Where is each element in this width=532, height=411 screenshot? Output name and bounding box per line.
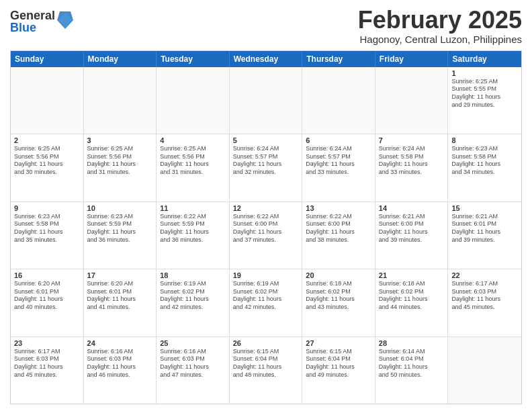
day-number: 15: [451, 204, 518, 212]
day-number: 25: [160, 339, 226, 347]
day-info: Sunrise: 6:18 AM Sunset: 6:02 PM Dayligh…: [379, 280, 445, 312]
logo: General Blue: [10, 9, 73, 34]
day-number: 18: [160, 271, 226, 279]
day-number: 20: [306, 271, 371, 279]
day-number: 27: [306, 339, 371, 347]
day-info: Sunrise: 6:18 AM Sunset: 6:02 PM Dayligh…: [306, 280, 371, 312]
day-number: 1: [451, 69, 518, 77]
day-info: Sunrise: 6:22 AM Sunset: 6:00 PM Dayligh…: [233, 213, 299, 244]
calendar-cell: 10Sunrise: 6:23 AM Sunset: 5:59 PM Dayli…: [84, 202, 157, 269]
calendar-cell: 7Sunrise: 6:24 AM Sunset: 5:58 PM Daylig…: [375, 134, 449, 201]
day-number: 16: [14, 271, 80, 279]
calendar: SundayMondayTuesdayWednesdayThursdayFrid…: [10, 50, 522, 404]
logo-icon: [57, 10, 73, 30]
calendar-cell: [157, 67, 230, 134]
header-day-tuesday: Tuesday: [157, 51, 230, 67]
calendar-cell: 14Sunrise: 6:21 AM Sunset: 6:00 PM Dayli…: [375, 202, 449, 269]
day-info: Sunrise: 6:24 AM Sunset: 5:57 PM Dayligh…: [233, 145, 299, 177]
calendar-week-1: 1Sunrise: 6:25 AM Sunset: 5:55 PM Daylig…: [11, 67, 521, 134]
day-info: Sunrise: 6:23 AM Sunset: 5:58 PM Dayligh…: [14, 213, 80, 244]
calendar-header: SundayMondayTuesdayWednesdayThursdayFrid…: [11, 51, 521, 67]
calendar-week-4: 16Sunrise: 6:20 AM Sunset: 6:01 PM Dayli…: [11, 269, 521, 336]
day-info: Sunrise: 6:15 AM Sunset: 6:04 PM Dayligh…: [233, 348, 299, 379]
calendar-week-2: 2Sunrise: 6:25 AM Sunset: 5:56 PM Daylig…: [11, 134, 521, 201]
day-info: Sunrise: 6:16 AM Sunset: 6:03 PM Dayligh…: [160, 348, 226, 379]
day-number: 5: [233, 136, 299, 144]
calendar-cell: 6Sunrise: 6:24 AM Sunset: 5:57 PM Daylig…: [302, 134, 375, 201]
calendar-cell: 21Sunrise: 6:18 AM Sunset: 6:02 PM Dayli…: [375, 269, 449, 336]
header-day-saturday: Saturday: [448, 51, 521, 67]
day-number: 13: [306, 204, 371, 212]
day-number: 7: [379, 136, 445, 144]
calendar-cell: 8Sunrise: 6:23 AM Sunset: 5:58 PM Daylig…: [448, 134, 521, 201]
title-block: February 2025 Hagonoy, Central Luzon, Ph…: [358, 7, 522, 45]
calendar-body: 1Sunrise: 6:25 AM Sunset: 5:55 PM Daylig…: [11, 67, 521, 404]
day-info: Sunrise: 6:22 AM Sunset: 6:00 PM Dayligh…: [306, 213, 371, 244]
calendar-week-5: 23Sunrise: 6:17 AM Sunset: 6:03 PM Dayli…: [11, 336, 521, 404]
header-day-sunday: Sunday: [11, 51, 84, 67]
day-number: 9: [14, 204, 80, 212]
day-info: Sunrise: 6:19 AM Sunset: 6:02 PM Dayligh…: [233, 280, 299, 312]
day-number: 12: [233, 204, 299, 212]
day-number: 24: [87, 339, 153, 347]
day-number: 22: [451, 271, 518, 279]
calendar-cell: 1Sunrise: 6:25 AM Sunset: 5:55 PM Daylig…: [448, 67, 521, 134]
day-number: 3: [87, 136, 153, 144]
day-number: 19: [233, 271, 299, 279]
day-number: 8: [451, 136, 518, 144]
calendar-cell: 12Sunrise: 6:22 AM Sunset: 6:00 PM Dayli…: [230, 202, 303, 269]
day-number: 14: [379, 204, 445, 212]
day-number: 26: [233, 339, 299, 347]
day-number: 6: [306, 136, 371, 144]
day-info: Sunrise: 6:20 AM Sunset: 6:01 PM Dayligh…: [14, 280, 80, 312]
day-number: 11: [160, 204, 226, 212]
calendar-cell: 9Sunrise: 6:23 AM Sunset: 5:58 PM Daylig…: [11, 202, 84, 269]
day-number: 21: [379, 271, 445, 279]
day-info: Sunrise: 6:25 AM Sunset: 5:56 PM Dayligh…: [14, 145, 80, 177]
calendar-cell: 28Sunrise: 6:14 AM Sunset: 6:04 PM Dayli…: [375, 337, 449, 404]
calendar-cell: 11Sunrise: 6:22 AM Sunset: 5:59 PM Dayli…: [157, 202, 230, 269]
day-info: Sunrise: 6:25 AM Sunset: 5:56 PM Dayligh…: [160, 145, 226, 177]
day-info: Sunrise: 6:15 AM Sunset: 6:04 PM Dayligh…: [306, 348, 371, 379]
day-number: 28: [379, 339, 445, 347]
day-info: Sunrise: 6:24 AM Sunset: 5:57 PM Dayligh…: [306, 145, 371, 177]
calendar-cell: 20Sunrise: 6:18 AM Sunset: 6:02 PM Dayli…: [302, 269, 375, 336]
calendar-cell: [448, 337, 521, 404]
day-info: Sunrise: 6:17 AM Sunset: 6:03 PM Dayligh…: [14, 348, 80, 379]
calendar-cell: 27Sunrise: 6:15 AM Sunset: 6:04 PM Dayli…: [302, 337, 375, 404]
calendar-week-3: 9Sunrise: 6:23 AM Sunset: 5:58 PM Daylig…: [11, 201, 521, 269]
header-day-wednesday: Wednesday: [230, 51, 303, 67]
header-day-thursday: Thursday: [302, 51, 375, 67]
day-number: 17: [87, 271, 153, 279]
calendar-cell: 18Sunrise: 6:19 AM Sunset: 6:02 PM Dayli…: [157, 269, 230, 336]
page-subtitle: Hagonoy, Central Luzon, Philippines: [358, 34, 522, 45]
header-day-monday: Monday: [84, 51, 157, 67]
day-info: Sunrise: 6:19 AM Sunset: 6:02 PM Dayligh…: [160, 280, 226, 312]
day-info: Sunrise: 6:21 AM Sunset: 6:01 PM Dayligh…: [451, 213, 518, 244]
logo-blue-text: Blue: [10, 21, 55, 34]
calendar-cell: 15Sunrise: 6:21 AM Sunset: 6:01 PM Dayli…: [448, 202, 521, 269]
day-info: Sunrise: 6:22 AM Sunset: 5:59 PM Dayligh…: [160, 213, 226, 244]
calendar-cell: 24Sunrise: 6:16 AM Sunset: 6:03 PM Dayli…: [84, 337, 157, 404]
day-info: Sunrise: 6:23 AM Sunset: 5:59 PM Dayligh…: [87, 213, 153, 244]
header-day-friday: Friday: [375, 51, 449, 67]
calendar-cell: 2Sunrise: 6:25 AM Sunset: 5:56 PM Daylig…: [11, 134, 84, 201]
calendar-cell: 3Sunrise: 6:25 AM Sunset: 5:56 PM Daylig…: [84, 134, 157, 201]
calendar-cell: 26Sunrise: 6:15 AM Sunset: 6:04 PM Dayli…: [230, 337, 303, 404]
day-info: Sunrise: 6:23 AM Sunset: 5:58 PM Dayligh…: [451, 145, 518, 177]
day-info: Sunrise: 6:17 AM Sunset: 6:03 PM Dayligh…: [451, 280, 518, 312]
calendar-cell: 4Sunrise: 6:25 AM Sunset: 5:56 PM Daylig…: [157, 134, 230, 201]
calendar-cell: [11, 67, 84, 134]
day-number: 4: [160, 136, 226, 144]
calendar-cell: 17Sunrise: 6:20 AM Sunset: 6:01 PM Dayli…: [84, 269, 157, 336]
calendar-cell: 19Sunrise: 6:19 AM Sunset: 6:02 PM Dayli…: [230, 269, 303, 336]
calendar-cell: 23Sunrise: 6:17 AM Sunset: 6:03 PM Dayli…: [11, 337, 84, 404]
day-info: Sunrise: 6:25 AM Sunset: 5:56 PM Dayligh…: [87, 145, 153, 177]
calendar-cell: [375, 67, 449, 134]
logo-general-text: General: [10, 9, 55, 21]
day-info: Sunrise: 6:21 AM Sunset: 6:00 PM Dayligh…: [379, 213, 445, 244]
calendar-cell: [84, 67, 157, 134]
day-info: Sunrise: 6:16 AM Sunset: 6:03 PM Dayligh…: [87, 348, 153, 379]
calendar-cell: 13Sunrise: 6:22 AM Sunset: 6:00 PM Dayli…: [302, 202, 375, 269]
calendar-cell: [230, 67, 303, 134]
